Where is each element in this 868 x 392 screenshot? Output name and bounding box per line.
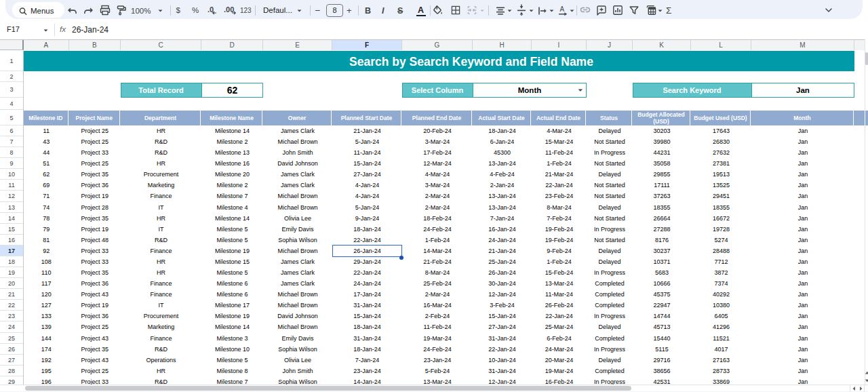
svg-text:A: A xyxy=(559,5,564,13)
